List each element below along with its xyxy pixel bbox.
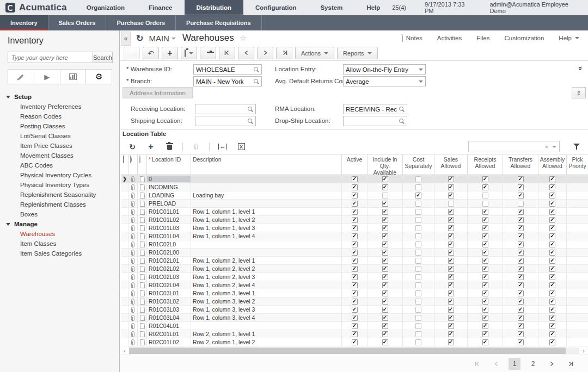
transfers-checkbox[interactable]: ✓ — [518, 274, 524, 280]
user-menu[interactable]: admin@Acumatica Employee Demo — [489, 1, 578, 14]
cost_sep-checkbox[interactable]: ✓ — [415, 193, 421, 199]
pick-priority-cell[interactable] — [567, 191, 588, 199]
table-row[interactable]: INCOMING✓✓✓✓✓✓ — [121, 183, 588, 191]
include_qty-checkbox[interactable]: ✓ — [382, 274, 388, 280]
pick-priority-cell[interactable] — [567, 249, 588, 256]
receipts-checkbox[interactable]: ✓ — [482, 250, 488, 256]
transfers-checkbox[interactable]: ✓ — [518, 176, 524, 182]
receipts-checkbox[interactable]: ✓ — [482, 258, 488, 264]
add-button[interactable]: + — [162, 47, 178, 59]
cost_sep-checkbox[interactable] — [415, 250, 421, 256]
description-cell[interactable]: Row 1, column 2, level 2 — [191, 265, 342, 272]
table-row[interactable]: R01C02L0✓✓✓✓✓✓ — [121, 240, 588, 249]
row-files-cell[interactable] — [128, 240, 138, 248]
cost_sep-checkbox[interactable] — [415, 225, 421, 231]
top-nav-item-configuration[interactable]: Configuration — [243, 0, 308, 15]
row-files-cell[interactable] — [128, 183, 138, 191]
active-checkbox[interactable]: ✓ — [352, 201, 358, 207]
page-last-button[interactable] — [564, 358, 576, 370]
module-tab-sales-orders[interactable]: Sales Orders — [48, 15, 107, 30]
module-tab-inventory[interactable]: Inventory — [0, 15, 48, 30]
table-row[interactable]: R01C03L01Row 1, column 3, level 1✓✓✓✓✓✓ — [121, 289, 588, 297]
configuration-view-button[interactable]: ⚙ — [85, 70, 112, 84]
active-checkbox[interactable]: ✓ — [352, 307, 358, 313]
transfers-checkbox[interactable]: ✓ — [518, 250, 524, 256]
row-notes-cell[interactable] — [138, 289, 147, 297]
pick-priority-cell[interactable] — [567, 297, 588, 305]
header-link-notes[interactable]: Notes — [402, 35, 422, 41]
description-cell[interactable] — [191, 240, 342, 248]
column-header-sales[interactable]: Sales Allowed — [434, 155, 468, 175]
active-checkbox[interactable]: ✓ — [352, 193, 358, 199]
sales-checkbox[interactable]: ✓ — [448, 217, 454, 223]
header-link-files[interactable]: Files — [476, 35, 489, 41]
receipts-checkbox[interactable]: ✓ — [482, 217, 488, 223]
tree-group-manage[interactable]: Manage — [0, 219, 119, 229]
row-notes-cell[interactable] — [138, 314, 147, 321]
chevron-down-icon[interactable] — [419, 80, 423, 83]
row-files-cell[interactable] — [128, 297, 138, 305]
row-notes-cell[interactable] — [138, 216, 147, 224]
transfers-checkbox[interactable]: ✓ — [518, 193, 524, 199]
sidebar-item-item-classes[interactable]: Item Classes — [0, 239, 119, 249]
collapse-summary-icon[interactable]: » — [577, 66, 585, 70]
row-notes-cell[interactable] — [138, 257, 147, 264]
assembly-checkbox[interactable]: ✓ — [549, 290, 555, 296]
include_qty-checkbox[interactable]: ✓ — [382, 176, 388, 182]
sales-checkbox[interactable]: ✓ — [448, 331, 454, 337]
table-row[interactable]: R02C01L01Row 2, column 1, level 1✓✓✓✓✓✓ — [121, 330, 588, 338]
nav-first-button[interactable] — [219, 47, 235, 59]
column-header-description[interactable]: Description — [191, 155, 342, 175]
lookup-magnifier-icon[interactable] — [399, 119, 403, 123]
receipts-checkbox[interactable]: ✓ — [482, 176, 488, 182]
row-notes-cell[interactable] — [138, 297, 147, 305]
chevron-down-icon[interactable] — [419, 69, 423, 71]
pick-priority-cell[interactable] — [567, 306, 588, 313]
run-button[interactable]: ▶ — [34, 70, 60, 84]
assembly-checkbox[interactable]: ✓ — [549, 217, 555, 223]
row-notes-cell[interactable] — [138, 240, 147, 248]
active-checkbox[interactable]: ✓ — [352, 339, 358, 345]
assembly-checkbox[interactable]: ✓ — [549, 307, 555, 313]
include_qty-checkbox[interactable]: ✓ — [382, 307, 388, 313]
cost_sep-checkbox[interactable] — [415, 339, 421, 345]
cost_sep-checkbox[interactable] — [415, 307, 421, 313]
row-notes-cell[interactable] — [138, 183, 147, 191]
receipts-checkbox[interactable]: ✓ — [482, 209, 488, 215]
active-checkbox[interactable]: ✓ — [352, 217, 358, 223]
sales-checkbox[interactable]: ✓ — [448, 250, 454, 256]
active-checkbox[interactable]: ✓ — [352, 233, 358, 239]
pick-priority-cell[interactable] — [567, 200, 588, 207]
active-checkbox[interactable]: ✓ — [352, 315, 358, 321]
clipboard-button[interactable] — [181, 47, 197, 59]
assembly-checkbox[interactable]: ✓ — [549, 209, 555, 215]
row-files-cell[interactable] — [128, 289, 138, 297]
cost_sep-checkbox[interactable] — [415, 331, 421, 337]
row-notes-cell[interactable] — [138, 265, 147, 272]
pick-priority-cell[interactable] — [567, 232, 588, 240]
pick-priority-cell[interactable] — [567, 273, 588, 281]
row-notes-cell[interactable] — [138, 338, 147, 346]
description-cell[interactable] — [191, 175, 342, 183]
cost_sep-checkbox[interactable] — [415, 217, 421, 223]
pick-priority-cell[interactable] — [567, 175, 588, 183]
pick-priority-cell[interactable] — [567, 216, 588, 224]
transfers-checkbox[interactable]: ✓ — [518, 184, 524, 190]
description-cell[interactable]: Row 2, column 1, level 1 — [191, 330, 342, 338]
assembly-checkbox[interactable]: ✓ — [549, 241, 555, 247]
export-excel-button[interactable]: X — [236, 141, 247, 152]
transfers-checkbox[interactable]: ✓ — [518, 241, 524, 247]
header-link-activities[interactable]: Activities — [437, 35, 462, 41]
sales-checkbox[interactable]: ✓ — [448, 241, 454, 247]
include_qty-checkbox[interactable]: ✓ — [382, 258, 388, 264]
add-button[interactable]: + — [145, 141, 156, 152]
row-files-cell[interactable] — [128, 322, 138, 330]
transfers-checkbox[interactable]: ✓ — [518, 217, 524, 223]
cost_sep-checkbox[interactable] — [415, 233, 421, 239]
description-cell[interactable]: Row 1, column 3, level 2 — [191, 297, 342, 305]
row-files-cell[interactable] — [128, 314, 138, 321]
pick-priority-cell[interactable] — [567, 314, 588, 321]
business-datetime[interactable]: 9/17/2013 7:33 PM — [425, 1, 471, 14]
cost_sep-checkbox[interactable] — [415, 209, 421, 215]
assembly-checkbox[interactable]: ✓ — [549, 250, 555, 256]
